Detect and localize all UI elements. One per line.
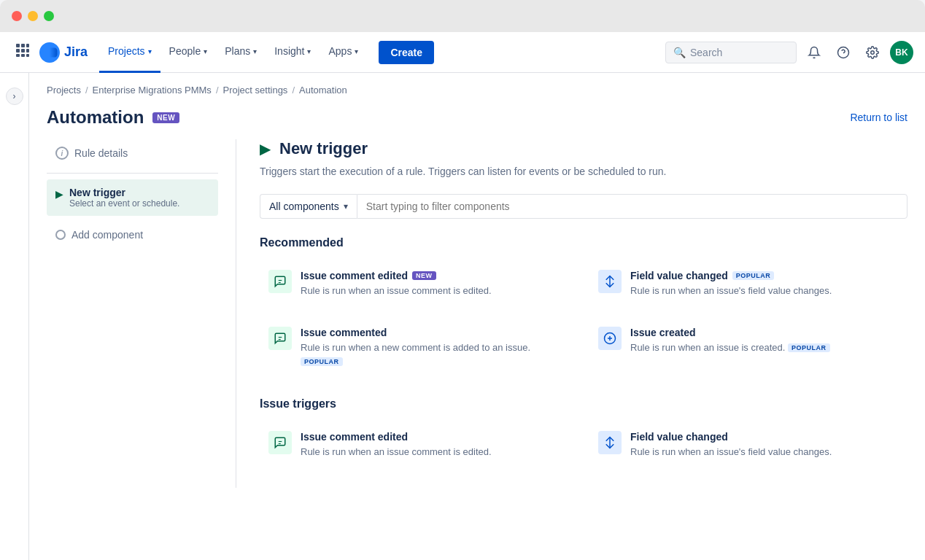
- sidebar-toggle-button[interactable]: ›: [6, 88, 23, 105]
- filter-search-input[interactable]: [357, 194, 907, 219]
- comment-icon-3: [268, 431, 292, 454]
- main-layout: › Projects / Enterprise Migrations PMMs …: [0, 73, 925, 560]
- card-field-value-changed-rec[interactable]: Field value changed POPULAR Rule is run …: [589, 261, 907, 306]
- breadcrumb-enterprise[interactable]: Enterprise Migrations PMMs: [93, 85, 212, 96]
- card-badge-popular-4: POPULAR: [788, 343, 830, 352]
- svg-rect-3: [16, 49, 20, 52]
- card-issue-commented-rec[interactable]: Issue commented Rule is run when a new c…: [260, 318, 578, 376]
- card-desc-1: Rule is run when an issue comment is edi…: [301, 284, 569, 298]
- info-icon: i: [55, 147, 69, 160]
- plans-arrow-icon: ▾: [253, 47, 257, 55]
- new-trigger-item[interactable]: ▶ New trigger Select an event or schedul…: [47, 179, 218, 216]
- avatar[interactable]: BK: [890, 41, 913, 64]
- svg-rect-4: [21, 49, 25, 52]
- field-icon-1: [598, 270, 622, 293]
- close-dot[interactable]: [12, 11, 22, 21]
- trigger-header-play-icon: ▶: [260, 140, 271, 158]
- right-panel: ▶ New trigger Triggers start the executi…: [236, 139, 907, 488]
- sidebar-toggle: ›: [0, 73, 29, 560]
- add-component-item[interactable]: Add component: [47, 222, 218, 248]
- card-title-2: Field value changed POPULAR: [630, 270, 899, 281]
- svg-rect-6: [16, 54, 20, 57]
- card-issue-comment-edited-rec[interactable]: Issue comment edited NEW Rule is run whe…: [260, 261, 578, 306]
- page-title-wrap: Automation NEW: [47, 107, 179, 128]
- svg-rect-8: [26, 54, 29, 57]
- people-arrow-icon: ▾: [204, 47, 207, 55]
- two-column-layout: i Rule details ▶ New trigger Select an e…: [29, 139, 925, 488]
- help-button[interactable]: [832, 41, 855, 64]
- return-to-list-link[interactable]: Return to list: [850, 112, 907, 123]
- minimize-dot[interactable]: [28, 11, 38, 21]
- card-issue-comment-edited-trig[interactable]: Issue comment edited Rule is run when an…: [260, 422, 578, 467]
- card-desc-6: Rule is run when an issue's field value …: [630, 446, 899, 459]
- rule-details-label: Rule details: [74, 147, 128, 159]
- nav-item-plans[interactable]: Plans ▾: [216, 32, 266, 73]
- svg-rect-7: [21, 54, 25, 57]
- filter-row: All components ▾: [260, 194, 907, 219]
- trigger-title: New trigger: [279, 139, 368, 158]
- card-title-4: Issue created: [630, 327, 899, 338]
- recommended-section-title: Recommended: [260, 236, 907, 249]
- trigger-header: ▶ New trigger: [260, 139, 907, 158]
- breadcrumb-settings[interactable]: Project settings: [223, 85, 288, 96]
- comment-icon-1: [268, 270, 292, 293]
- page-header: Automation NEW Return to list: [29, 101, 925, 139]
- card-title-5: Issue comment edited: [301, 431, 569, 443]
- svg-rect-1: [21, 44, 25, 47]
- add-component-label: Add component: [71, 229, 143, 241]
- nav-item-people[interactable]: People ▾: [160, 32, 217, 73]
- svg-rect-0: [16, 44, 20, 47]
- dropdown-label: All components: [269, 201, 339, 212]
- field-icon-2: [598, 431, 622, 454]
- apps-arrow-icon: ▾: [355, 47, 358, 55]
- components-dropdown[interactable]: All components ▾: [260, 194, 357, 219]
- svg-point-11: [871, 50, 875, 54]
- logo[interactable]: Jira: [39, 42, 88, 63]
- card-title-3: Issue commented: [301, 327, 569, 338]
- add-dot-icon: [55, 230, 66, 240]
- recommended-cards-grid: Issue comment edited NEW Rule is run whe…: [260, 261, 907, 377]
- nav-item-projects[interactable]: Projects ▾: [99, 32, 160, 73]
- breadcrumb-sep-1: /: [85, 85, 88, 96]
- window-chrome: [0, 0, 925, 32]
- card-desc-2: Rule is run when an issue's field value …: [630, 284, 899, 298]
- search-placeholder: Search: [690, 47, 722, 58]
- trigger-play-icon: ▶: [55, 188, 63, 200]
- search-icon: 🔍: [673, 47, 686, 58]
- svg-rect-5: [26, 49, 29, 52]
- card-badge-popular-2: POPULAR: [732, 271, 775, 280]
- comment-icon-2: [268, 327, 292, 350]
- topnav-right: 🔍 Search BK: [665, 41, 913, 64]
- card-field-value-changed-trig[interactable]: Field value changed Rule is run when an …: [589, 422, 907, 467]
- automation-new-badge: NEW: [152, 112, 179, 123]
- card-desc-4: Rule is run when an issue is created. PO…: [630, 341, 899, 354]
- rule-details-item[interactable]: i Rule details: [47, 139, 218, 167]
- logo-text: Jira: [64, 44, 88, 60]
- search-box[interactable]: 🔍 Search: [665, 42, 797, 63]
- top-nav: Jira Projects ▾ People ▾ Plans ▾ Insight…: [0, 32, 925, 73]
- breadcrumb-automation[interactable]: Automation: [299, 85, 347, 96]
- card-desc-5: Rule is run when an issue comment is edi…: [301, 446, 569, 459]
- content-area: Projects / Enterprise Migrations PMMs / …: [29, 73, 925, 560]
- card-desc-3: Rule is run when a new comment is added …: [301, 341, 569, 368]
- nav-items: Projects ▾ People ▾ Plans ▾ Insight ▾ Ap…: [99, 32, 367, 73]
- insight-arrow-icon: ▾: [307, 47, 311, 55]
- breadcrumb-sep-3: /: [292, 85, 295, 96]
- create-button[interactable]: Create: [379, 41, 434, 64]
- breadcrumb-projects[interactable]: Projects: [47, 85, 81, 96]
- card-issue-created-rec[interactable]: Issue created Rule is run when an issue …: [589, 318, 907, 376]
- grid-icon[interactable]: [12, 39, 34, 65]
- nav-item-apps[interactable]: Apps ▾: [320, 32, 367, 73]
- projects-arrow-icon: ▾: [148, 47, 152, 55]
- settings-button[interactable]: [861, 41, 884, 64]
- trigger-sublabel: Select an event or schedule.: [69, 198, 179, 209]
- card-badge-popular-3: POPULAR: [301, 357, 343, 366]
- issue-trigger-cards-grid: Issue comment edited Rule is run when an…: [260, 422, 907, 467]
- trigger-desc: Triggers start the execution of a rule. …: [260, 164, 907, 179]
- breadcrumb-sep-2: /: [216, 85, 219, 96]
- maximize-dot[interactable]: [44, 11, 54, 21]
- plus-icon-1: [598, 327, 622, 350]
- nav-item-insight[interactable]: Insight ▾: [266, 32, 320, 73]
- page-title: Automation: [47, 107, 144, 128]
- notifications-button[interactable]: [802, 41, 826, 64]
